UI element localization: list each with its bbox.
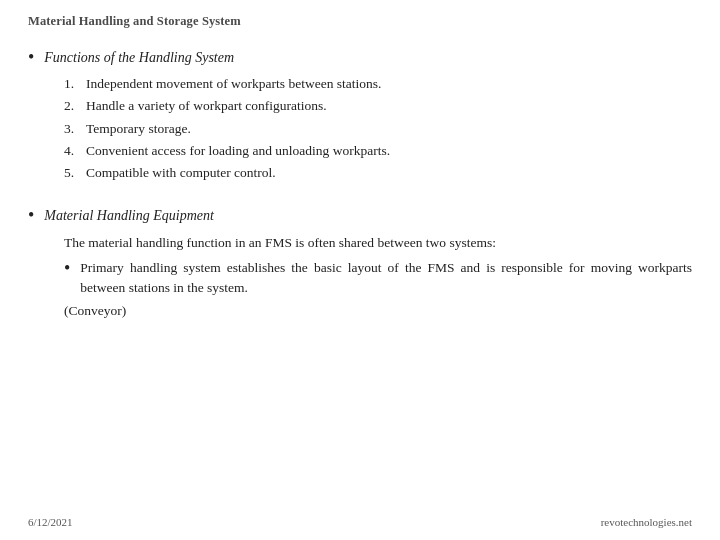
section-mhe: • Material Handling Equipment The materi…	[28, 205, 692, 321]
num-1: 1.	[64, 74, 86, 94]
page-container: Material Handling and Storage System • F…	[0, 0, 720, 540]
item-text-3: Temporary storage.	[86, 119, 191, 139]
list-item: 2. Handle a variety of workpart configur…	[64, 96, 692, 116]
sub-bullet-row: • Primary handling system establishes th…	[64, 258, 692, 300]
item-text-2: Handle a variety of workpart configurati…	[86, 96, 327, 116]
section1-bullet-row: • Functions of the Handling System	[28, 47, 692, 70]
footer: 6/12/2021 revotechnologies.net	[28, 516, 692, 528]
sub-bullet-dot: •	[64, 256, 70, 281]
list-item: 4. Convenient access for loading and unl…	[64, 141, 692, 161]
sub-bullet-text: Primary handling system establishes the …	[80, 258, 692, 300]
footer-site: revotechnologies.net	[601, 516, 692, 528]
list-item: 1. Independent movement of workparts bet…	[64, 74, 692, 94]
item-text-5: Compatible with computer control.	[86, 163, 276, 183]
section1-title: Functions of the Handling System	[44, 47, 234, 68]
list-item: 3. Temporary storage.	[64, 119, 692, 139]
num-4: 4.	[64, 141, 86, 161]
list-item: 5. Compatible with computer control.	[64, 163, 692, 183]
section2-title: Material Handling Equipment	[44, 205, 214, 226]
footer-date: 6/12/2021	[28, 516, 73, 528]
section-functions: • Functions of the Handling System 1. In…	[28, 47, 692, 183]
paren-note: (Conveyor)	[64, 301, 692, 321]
mhe-intro-text: The material handling function in an FMS…	[64, 233, 692, 254]
bullet-dot-1: •	[28, 45, 34, 70]
section2-bullet-row: • Material Handling Equipment	[28, 205, 692, 228]
page-title: Material Handling and Storage System	[28, 14, 692, 29]
numbered-list: 1. Independent movement of workparts bet…	[64, 74, 692, 183]
num-3: 3.	[64, 119, 86, 139]
num-2: 2.	[64, 96, 86, 116]
num-5: 5.	[64, 163, 86, 183]
bullet-dot-2: •	[28, 203, 34, 228]
item-text-4: Convenient access for loading and unload…	[86, 141, 390, 161]
item-text-1: Independent movement of workparts betwee…	[86, 74, 381, 94]
